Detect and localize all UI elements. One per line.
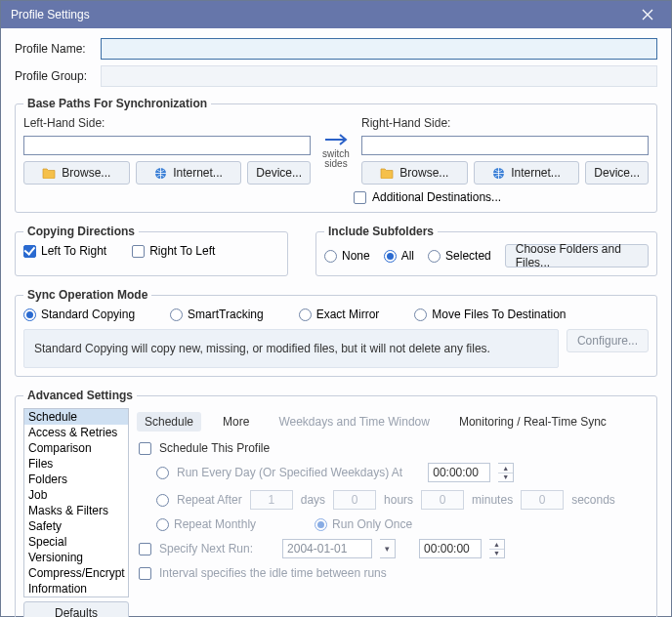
schedule-profile-label: Schedule This Profile <box>159 441 270 455</box>
include-legend: Include Subfolders <box>324 225 438 238</box>
adv-item-access[interactable]: Access & Retries <box>24 425 128 440</box>
ltr-checkbox[interactable]: Left To Right <box>23 244 106 258</box>
adv-item-safety[interactable]: Safety <box>24 518 128 534</box>
run-once-radio[interactable] <box>315 518 327 531</box>
left-device-button[interactable]: Device... <box>247 161 311 185</box>
switch-sides-label[interactable]: switchsides <box>322 149 350 169</box>
copying-directions-group: Copying Directions Left To Right Right T… <box>15 225 288 276</box>
right-internet-button[interactable]: Internet... <box>474 161 580 185</box>
right-browse-button[interactable]: Browse... <box>361 161 468 185</box>
include-subfolders-group: Include Subfolders None All Selected Cho… <box>315 225 657 276</box>
titlebar: Profile Settings <box>1 1 671 28</box>
days-input[interactable] <box>250 490 293 510</box>
sync-move-radio[interactable]: Move Files To Destination <box>414 308 566 321</box>
adv-item-comparison[interactable]: Comparison <box>24 440 128 456</box>
adv-item-versioning[interactable]: Versioning <box>24 550 128 565</box>
date-dropdown[interactable]: ▾ <box>380 539 396 558</box>
rtl-checkbox[interactable]: Right To Left <box>132 244 215 258</box>
configure-button[interactable]: Configure... <box>567 329 649 352</box>
advanced-legend: Advanced Settings <box>23 389 137 402</box>
right-side-label: Right-Hand Side: <box>361 116 649 130</box>
advanced-settings-group: Advanced Settings Schedule Access & Retr… <box>15 389 657 617</box>
sync-standard-radio[interactable]: Standard Copying <box>23 308 135 321</box>
sync-smart-radio[interactable]: SmartTracking <box>170 308 264 321</box>
right-path-input[interactable] <box>361 136 649 155</box>
switch-arrow-icon[interactable] <box>323 132 349 147</box>
additional-dest-checkbox[interactable] <box>354 191 366 204</box>
profile-group-input[interactable] <box>101 65 657 87</box>
schedule-profile-checkbox[interactable] <box>139 442 151 455</box>
repeat-after-radio[interactable] <box>156 494 169 507</box>
tab-schedule[interactable]: Schedule <box>137 412 201 432</box>
globe-icon <box>492 167 505 180</box>
right-device-button[interactable]: Device... <box>585 161 649 185</box>
include-selected-radio[interactable]: Selected <box>428 249 491 263</box>
time-spinner[interactable]: ▲▼ <box>498 463 514 482</box>
close-button[interactable] <box>634 1 661 28</box>
left-path-input[interactable] <box>23 136 311 155</box>
adv-item-job[interactable]: Job <box>24 487 128 503</box>
sync-exact-radio[interactable]: Exact Mirror <box>299 308 380 321</box>
include-none-radio[interactable]: None <box>324 249 370 263</box>
include-all-radio[interactable]: All <box>384 249 414 263</box>
adv-item-info[interactable]: Information <box>24 581 128 596</box>
window-title: Profile Settings <box>11 8 90 21</box>
copying-legend: Copying Directions <box>23 225 139 238</box>
next-time-input[interactable] <box>419 539 482 558</box>
tab-monitoring[interactable]: Monitoring / Real-Time Sync <box>451 412 614 432</box>
defaults-button[interactable]: Defaults <box>23 601 129 617</box>
specify-next-checkbox[interactable] <box>139 543 151 555</box>
advanced-list[interactable]: Schedule Access & Retries Comparison Fil… <box>23 408 129 597</box>
profile-group-label: Profile Group: <box>15 69 97 83</box>
adv-item-compress[interactable]: Compress/Encrypt <box>24 565 128 581</box>
idle-checkbox[interactable] <box>139 567 151 580</box>
left-side-label: Left-Hand Side: <box>23 116 311 130</box>
adv-item-files[interactable]: Files <box>24 456 128 472</box>
next-date-input[interactable] <box>282 539 372 558</box>
adv-item-masks[interactable]: Masks & Filters <box>24 503 128 518</box>
run-every-radio[interactable] <box>156 467 169 479</box>
left-internet-button[interactable]: Internet... <box>136 161 242 185</box>
base-paths-legend: Base Paths For Synchronization <box>23 97 211 110</box>
base-paths-group: Base Paths For Synchronization Left-Hand… <box>15 97 657 213</box>
left-browse-button[interactable]: Browse... <box>23 161 130 185</box>
choose-folders-button[interactable]: Choose Folders and Files... <box>505 244 649 267</box>
adv-item-special[interactable]: Special <box>24 534 128 550</box>
profile-settings-window: Profile Settings Profile Name: Profile G… <box>0 0 672 617</box>
next-time-spinner[interactable]: ▲▼ <box>489 539 505 558</box>
profile-name-label: Profile Name: <box>15 42 97 56</box>
globe-icon <box>154 167 167 180</box>
adv-item-folders[interactable]: Folders <box>24 472 128 487</box>
repeat-monthly-radio[interactable] <box>156 518 169 531</box>
minutes-input[interactable] <box>421 490 464 510</box>
tab-more[interactable]: More <box>215 412 257 432</box>
run-every-time[interactable] <box>428 463 490 482</box>
seconds-input[interactable] <box>521 490 564 510</box>
folder-icon <box>380 167 394 179</box>
adv-item-schedule[interactable]: Schedule <box>24 409 128 425</box>
sync-description: Standard Copying will copy new, missing,… <box>23 329 559 368</box>
additional-dest-label: Additional Destinations... <box>372 190 501 204</box>
tab-weekdays[interactable]: Weekdays and Time Window <box>271 412 438 432</box>
close-icon <box>642 9 653 21</box>
sync-mode-group: Sync Operation Mode Standard Copying Sma… <box>15 288 657 377</box>
profile-name-input[interactable] <box>101 38 657 60</box>
hours-input[interactable] <box>333 490 376 510</box>
folder-icon <box>42 167 56 179</box>
sync-legend: Sync Operation Mode <box>23 288 151 302</box>
